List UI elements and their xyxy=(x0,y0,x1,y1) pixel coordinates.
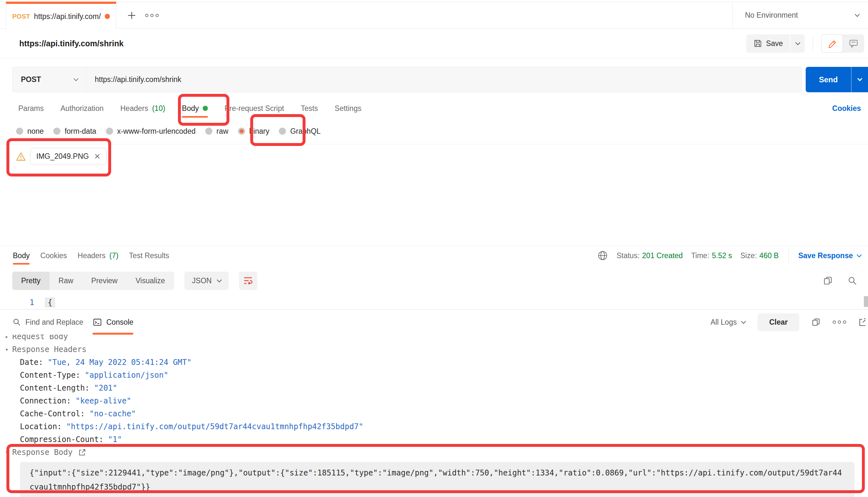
response-meta: Status:201 Created Time:5.52 s Size:460 … xyxy=(597,246,861,265)
mode-raw[interactable]: raw xyxy=(205,127,229,136)
mode-graphql[interactable]: GraphQL xyxy=(279,127,321,136)
mode-form-data[interactable]: form-data xyxy=(53,127,96,136)
view-preview[interactable]: Preview xyxy=(82,272,127,290)
tab-tests[interactable]: Tests xyxy=(301,98,318,118)
request-tab[interactable]: POST https://api.tinify.com/ xyxy=(6,2,116,29)
console-section-request-body[interactable]: ▸ Request Body xyxy=(0,335,868,343)
console-more-button[interactable] xyxy=(833,321,846,324)
format-selector[interactable]: JSON xyxy=(185,272,229,290)
tab-settings[interactable]: Settings xyxy=(335,98,362,118)
console-tab[interactable]: Console xyxy=(92,310,133,335)
header-row: Location:"https://api.tinify.com/output/… xyxy=(0,420,868,433)
ellipsis-icon xyxy=(833,321,836,324)
save-options-button[interactable] xyxy=(791,34,805,53)
url-input[interactable]: https://api.tinify.com/shrink xyxy=(86,75,181,84)
external-link-icon[interactable] xyxy=(78,449,86,456)
divider xyxy=(788,248,789,262)
body-mode-options: none form-data x-www-form-urlencoded raw… xyxy=(12,123,321,140)
mode-binary[interactable]: binary xyxy=(238,127,269,136)
chevron-down-icon xyxy=(857,252,862,257)
radio-icon xyxy=(279,128,286,135)
unsaved-dot-icon xyxy=(105,14,110,19)
new-tab-button[interactable] xyxy=(123,2,141,29)
pencil-icon xyxy=(827,39,837,48)
response-tab-test-results[interactable]: Test Results xyxy=(129,246,169,265)
search-icon[interactable] xyxy=(848,276,857,285)
chevron-down-icon xyxy=(795,40,800,45)
scrollbar-thumb[interactable] xyxy=(864,296,868,307)
tab-headers[interactable]: Headers (10) xyxy=(120,98,165,118)
ellipsis-icon xyxy=(150,14,153,17)
active-tab-underline xyxy=(13,263,30,265)
ellipsis-icon xyxy=(838,321,841,324)
open-console-window-button[interactable] xyxy=(858,317,865,327)
send-button[interactable]: Send xyxy=(806,67,851,92)
chevron-down-icon xyxy=(857,76,863,81)
network-globe-icon xyxy=(597,250,608,261)
method-selector[interactable]: POST xyxy=(13,67,86,92)
status-badge: Status:201 Created xyxy=(616,251,683,260)
tab-authorization[interactable]: Authorization xyxy=(60,98,103,118)
console-section-response-headers[interactable]: ▾ Response Headers xyxy=(0,343,868,356)
find-and-replace-button[interactable]: Find and Replace xyxy=(12,310,83,335)
warning-icon xyxy=(16,152,26,161)
response-tab-cookies[interactable]: Cookies xyxy=(40,246,67,265)
tab-options-button[interactable] xyxy=(145,2,159,29)
comments-button[interactable] xyxy=(843,34,864,53)
view-raw[interactable]: Raw xyxy=(49,272,82,290)
active-tab-underline xyxy=(182,116,207,118)
header-row: Compression-Count:"1" xyxy=(0,433,868,446)
header-row: Content-Length:"201" xyxy=(0,382,868,395)
send-label: Send xyxy=(819,75,838,84)
copy-icon[interactable] xyxy=(811,317,821,327)
line-number: 1 xyxy=(30,298,34,307)
response-body-json[interactable]: {"input":{"size":2129441,"type":"image/p… xyxy=(20,462,854,497)
view-pretty[interactable]: Pretty xyxy=(12,272,49,290)
close-icon[interactable]: ✕ xyxy=(94,152,101,161)
send-options-button[interactable] xyxy=(851,67,868,92)
collapsed-triangle-icon: ▸ xyxy=(5,335,12,340)
chevron-down-icon xyxy=(855,12,860,17)
console-section-response-body[interactable]: ▾ Response Body xyxy=(0,446,868,459)
save-response-button[interactable]: Save Response xyxy=(798,251,861,260)
save-button[interactable]: Save xyxy=(746,34,790,53)
response-tab-body[interactable]: Body xyxy=(13,246,30,265)
save-icon xyxy=(753,39,762,48)
mode-x-www-form-urlencoded[interactable]: x-www-form-urlencoded xyxy=(106,127,196,136)
cookies-link[interactable]: Cookies xyxy=(832,98,861,118)
external-link-icon xyxy=(858,317,865,327)
header-row: Date:"Tue, 24 May 2022 05:41:24 GMT" xyxy=(0,356,868,369)
console-log[interactable]: ▸ Request Body ▾ Response Headers Date:"… xyxy=(0,335,868,497)
environment-selector[interactable]: No Environment xyxy=(733,2,868,29)
beautify-button[interactable] xyxy=(239,272,257,290)
edit-mode-button[interactable] xyxy=(821,34,843,53)
search-icon xyxy=(12,317,21,327)
binary-file-chip[interactable]: IMG_2049.PNG ✕ xyxy=(30,148,107,165)
response-tabs: Body Cookies Headers (7) Test Results xyxy=(13,246,169,265)
tab-params[interactable]: Params xyxy=(18,98,44,118)
comment-icon xyxy=(849,39,858,48)
headers-count: (10) xyxy=(152,104,165,113)
tab-strip: POST https://api.tinify.com/ No Environm… xyxy=(0,2,868,29)
chevron-down-icon xyxy=(741,318,746,324)
chevron-down-icon xyxy=(74,76,79,81)
response-tab-headers[interactable]: Headers (7) xyxy=(78,246,119,265)
mode-none[interactable]: none xyxy=(16,127,44,136)
ellipsis-icon xyxy=(145,14,148,17)
radio-icon xyxy=(53,128,60,135)
tab-body[interactable]: Body xyxy=(182,98,207,118)
mode-toggle-group xyxy=(821,34,864,53)
radio-icon xyxy=(205,128,212,135)
radio-icon xyxy=(16,128,23,135)
console-panel: Find and Replace Console All Logs Clear xyxy=(0,309,868,497)
clear-console-button[interactable]: Clear xyxy=(757,313,799,331)
response-body-line[interactable]: 1 { xyxy=(30,296,55,309)
copy-icon[interactable] xyxy=(823,276,833,285)
divider xyxy=(813,36,813,51)
view-visualize[interactable]: Visualize xyxy=(127,272,174,290)
log-filter-selector[interactable]: All Logs xyxy=(710,318,746,327)
tab-pre-request-script[interactable]: Pre-request Script xyxy=(224,98,284,118)
json-open-brace: { xyxy=(45,298,55,307)
size-badge: Size:460 B xyxy=(740,251,779,260)
expanded-triangle-icon: ▾ xyxy=(5,346,12,353)
